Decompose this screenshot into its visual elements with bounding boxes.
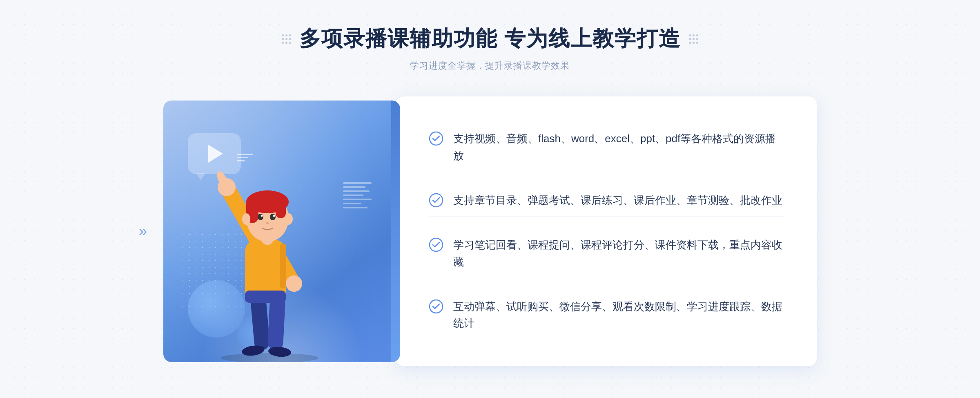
- page-wrapper: 多项录播课辅助功能 专为线上教学打造 学习进度全掌握，提升录播课教学效果 »: [0, 0, 980, 398]
- svg-point-24: [285, 213, 293, 225]
- feature-text-1: 支持视频、音频、flash、word、excel、ppt、pdf等各种格式的资源…: [453, 130, 784, 164]
- svg-point-21: [273, 215, 275, 217]
- check-icon-4: [429, 299, 443, 314]
- stripes-decoration: [343, 182, 376, 248]
- main-content-area: »: [163, 92, 817, 370]
- svg-rect-7: [245, 291, 286, 303]
- feature-item-2: 支持章节目录、弹题考试、课后练习、课后作业、章节测验、批改作业: [429, 185, 784, 217]
- page-subtitle: 学习进度全掌握，提升录播课教学效果: [282, 60, 698, 72]
- svg-point-18: [258, 214, 263, 220]
- page-title: 多项录播课辅助功能 专为线上教学打造: [299, 25, 681, 53]
- check-icon-2: [429, 193, 443, 208]
- svg-point-29: [430, 300, 443, 313]
- svg-rect-17: [276, 198, 286, 218]
- feature-item-4: 互动弹幕、试听购买、微信分享、观看次数限制、学习进度跟踪、数据统计: [429, 291, 784, 340]
- feature-item-1: 支持视频、音频、flash、word、excel、ppt、pdf等各种格式的资源…: [429, 123, 784, 172]
- title-row: 多项录播课辅助功能 专为线上教学打造: [282, 25, 698, 53]
- svg-point-27: [430, 194, 443, 207]
- feature-item-3: 学习笔记回看、课程提问、课程评论打分、课件资料下载，重点内容收藏: [429, 229, 784, 278]
- svg-point-28: [430, 238, 443, 251]
- feature-text-2: 支持章节目录、弹题考试、课后练习、课后作业、章节测验、批改作业: [453, 192, 782, 209]
- left-arrow-decoration: »: [139, 223, 147, 240]
- svg-point-22: [266, 222, 269, 224]
- illustration-card: [163, 101, 400, 362]
- check-icon-3: [429, 237, 443, 252]
- svg-point-0: [220, 353, 318, 362]
- svg-rect-25: [280, 244, 286, 288]
- feature-text-3: 学习笔记回看、课程提问、课程评论打分、课件资料下载，重点内容收藏: [453, 237, 784, 271]
- right-dots-decoration: [689, 34, 698, 44]
- header-section: 多项录播课辅助功能 专为线上教学打造 学习进度全掌握，提升录播课教学效果: [282, 25, 698, 72]
- svg-point-19: [270, 214, 276, 220]
- svg-point-23: [242, 213, 250, 225]
- svg-rect-2: [267, 296, 286, 350]
- content-panel: 支持视频、音频、flash、word、excel、ppt、pdf等各种格式的资源…: [396, 96, 817, 366]
- left-dots-decoration: [282, 34, 291, 44]
- check-icon-1: [429, 131, 443, 146]
- svg-point-12: [286, 275, 302, 292]
- feature-text-4: 互动弹幕、试听购买、微信分享、观看次数限制、学习进度跟踪、数据统计: [453, 298, 784, 332]
- svg-point-26: [430, 132, 443, 145]
- svg-point-20: [261, 215, 263, 217]
- accent-bar: [391, 101, 400, 362]
- person-illustration: [204, 150, 335, 362]
